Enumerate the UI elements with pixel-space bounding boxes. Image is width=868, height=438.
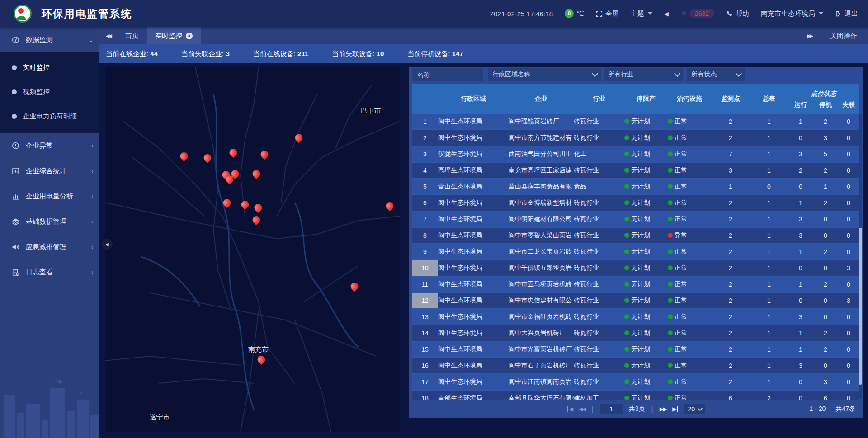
- cell-stop: 2: [813, 346, 838, 353]
- cell-run: 2: [788, 167, 813, 174]
- table-row[interactable]: 8 阆中生态环境局 阆中市枣碧大梁山页岩 砖瓦行业 无计划 异常 2 1 3 0…: [412, 228, 859, 244]
- sidebar-group-enterprise-abnormal[interactable]: 企业异常 ‹: [0, 133, 99, 158]
- org-dropdown[interactable]: 南充市生态环境局: [761, 9, 823, 18]
- scrollbar-thumb[interactable]: [859, 228, 862, 385]
- table-row[interactable]: 13 阆中生态环境局 阆中市金福旺页岩机砖 砖瓦行业 无计划 正常 2 1 3 …: [412, 309, 859, 325]
- cell-industry: 砖瓦行业: [574, 134, 624, 142]
- table-row[interactable]: 16 阆中生态环境局 阆中市石子页岩机砖厂 砖瓦行业 无计划 正常 2 1 3 …: [412, 358, 859, 374]
- first-page-button[interactable]: ◀: [567, 406, 572, 412]
- table-row[interactable]: 7 阆中生态环境局 阆中明阳建材有限公司 砖瓦行业 无计划 正常 2 1 3 0…: [412, 212, 859, 228]
- sidebar-item-realtime-monitor[interactable]: 实时监控: [0, 55, 99, 80]
- status-filter-select[interactable]: 所有状态: [687, 68, 745, 81]
- cell-industry: 砖瓦行业: [574, 199, 624, 207]
- notifications[interactable]: 2632: [680, 9, 714, 18]
- map[interactable]: 巴中市南充市遂宁市: [105, 67, 400, 432]
- industry-filter-select[interactable]: 所有行业: [604, 68, 683, 81]
- sidebar-group-enterprise-statistics[interactable]: 企业综合统计 ‹: [0, 158, 99, 184]
- cell-run: 1: [788, 248, 813, 255]
- stats-bar: 当前在线企业: 44 当前失联企业: 3 当前在线设备: 211 当前失联设备:…: [99, 44, 868, 63]
- butterfly-icon: ❧: [79, 391, 83, 396]
- table-row[interactable]: 9 阆中生态环境局 阆中市二龙长宝页岩砖 砖瓦行业 无计划 正常 2 1 1 2…: [412, 244, 859, 260]
- skyline-decoration: ❧ ❧ ❧: [0, 379, 99, 438]
- temperature-unit: ℃: [576, 9, 584, 18]
- table-row[interactable]: 5 营山生态环境局 营山县润丰肉食品有限 食品 无计划 正常 1 0 0 1 0: [412, 179, 859, 195]
- last-page-button[interactable]: ▶: [672, 406, 678, 412]
- prev-page-button[interactable]: ◀◀: [579, 406, 585, 412]
- sidebar-group-data-monitoring[interactable]: 数据监测 ⌄: [0, 27, 99, 52]
- cell-meters: 1: [750, 378, 788, 386]
- logout-button[interactable]: 退出: [835, 9, 858, 18]
- header-actions: 2021-02-25 17:46:18 0 ℃ 全屏 主题 ◀ 2632 帮助 …: [490, 9, 868, 18]
- cell-facility: 正常: [668, 150, 711, 158]
- chevron-down-icon: [736, 71, 742, 77]
- tabs-scroll-right-button[interactable]: ▶▶: [801, 33, 818, 39]
- tabs-scroll-left-button[interactable]: ◀◀: [99, 33, 117, 39]
- app-logo-icon: [14, 5, 32, 23]
- table-row[interactable]: 14 阆中生态环境局 阆中大兴页岩机砖厂 砖瓦行业 无计划 正常 2 1 1 2…: [412, 325, 859, 342]
- exclamation-circle-icon: [12, 142, 19, 150]
- layers-icon: [12, 218, 19, 226]
- cell-plan: 无计划: [624, 248, 668, 256]
- close-operations-button[interactable]: 关闭操作: [830, 32, 857, 40]
- name-filter-field[interactable]: [412, 68, 483, 81]
- status-dot: [624, 168, 629, 173]
- sidebar-group-power-analysis[interactable]: 企业用电量分析 ‹: [0, 184, 99, 209]
- sidebar-item-video-monitor[interactable]: 视频监控: [0, 80, 99, 104]
- close-tab-icon[interactable]: ×: [186, 33, 193, 39]
- cell-row-number: 9: [412, 244, 438, 259]
- cell-stop: 0: [813, 216, 838, 223]
- col-stop: 停机: [813, 101, 838, 109]
- sidebar-group-base-data[interactable]: 基础数据管理 ‹: [0, 209, 99, 234]
- table-row[interactable]: 18 南部生态环境局 南部县瑞华大理石有限公 建材加工 无计划 正常 6 2 0…: [412, 391, 859, 400]
- col-facility: 治污设施: [668, 84, 711, 114]
- sidebar-group-log-view[interactable]: 日志查看 ‹: [0, 259, 99, 285]
- page-number-input[interactable]: 1: [600, 404, 623, 414]
- table-row[interactable]: 3 仪陇生态环境局 西南油气田分公司川中 化工 无计划 正常 7 1 3 5 0: [412, 146, 859, 163]
- cell-points: 2: [711, 264, 750, 272]
- cell-row-number: 5: [412, 179, 438, 194]
- divider: |: [651, 405, 653, 413]
- cell-row-number: 6: [412, 195, 438, 211]
- cell-facility: 正常: [668, 199, 711, 207]
- status-dot: [668, 217, 673, 221]
- cell-industry: 砖瓦行业: [574, 345, 624, 353]
- page-size-select[interactable]: 20: [684, 404, 705, 414]
- cell-meters: 1: [750, 330, 788, 337]
- region-filter-select[interactable]: 行政区域名称: [488, 68, 601, 81]
- tab-realtime-monitor[interactable]: 实时监控 ×: [147, 27, 201, 44]
- theme-dropdown[interactable]: 主题: [631, 9, 652, 18]
- table-row[interactable]: 11 阆中生态环境局 阆中市五马桥页岩机砖 砖瓦行业 无计划 正常 2 1 1 …: [412, 277, 859, 293]
- table-row[interactable]: 1 阆中生态环境局 阆中强锐页岩砖厂 砖瓦行业 无计划 正常 2 1 1 2 0: [412, 114, 859, 130]
- cell-region: 阆中生态环境局: [438, 134, 509, 142]
- table-row[interactable]: 4 高坪生态环境局 南充市高坪区王家店建 砖瓦行业 无计划 正常 3 1 2 2…: [412, 163, 859, 179]
- table-row[interactable]: 2 阆中生态环境局 阆中市南方节能建材有 砖瓦行业 无计划 正常 2 1 0 3…: [412, 130, 859, 146]
- cell-region: 高坪生态环境局: [438, 166, 509, 174]
- cell-meters: 1: [750, 199, 788, 207]
- sidebar-item-power-load-detail[interactable]: 企业电力负荷明细: [0, 104, 99, 128]
- sidebar-group-emergency-reduction[interactable]: 应急减排管理 ‹: [0, 234, 99, 259]
- table-row[interactable]: 17 阆中生态环境局 阆中市江南镇阆南页岩 砖瓦行业 无计划 正常 2 1 0 …: [412, 374, 859, 391]
- name-filter-input[interactable]: [416, 71, 479, 79]
- cell-points: 2: [711, 346, 750, 353]
- tab-home[interactable]: 首页: [117, 27, 147, 44]
- cell-company: 营山县润丰肉食品有限: [509, 183, 574, 191]
- table-row[interactable]: 10 阆中生态环境局 阆中千佛镇五郎垭页岩 砖瓦行业 无计划 正常 2 1 0 …: [412, 260, 859, 277]
- cell-company: 阆中大兴页岩机砖厂: [509, 329, 574, 337]
- sound-button[interactable]: ◀: [664, 10, 669, 17]
- stats-box-icon: [12, 167, 19, 175]
- table-row[interactable]: 12 阆中生态环境局 阆中市忠信建材有限公 砖瓦行业 无计划 正常 2 1 0 …: [412, 293, 859, 309]
- sidebar-collapse-button[interactable]: ◀: [101, 239, 113, 250]
- next-page-button[interactable]: ▶▶: [660, 406, 666, 412]
- cell-industry: 砖瓦行业: [574, 297, 624, 305]
- table-body: 1 阆中生态环境局 阆中强锐页岩砖厂 砖瓦行业 无计划 正常 2 1 1 2 0…: [412, 114, 859, 400]
- table-row[interactable]: 15 阆中生态环境局 阆中市光富页岩机砖厂 砖瓦行业 无计划 正常 2 1 1 …: [412, 342, 859, 358]
- fullscreen-button[interactable]: 全屏: [596, 9, 619, 18]
- cell-region: 阆中生态环境局: [438, 362, 509, 370]
- table-row[interactable]: 6 阆中生态环境局 阆中市金博瑞新型墙材 砖瓦行业 无计划 正常 2 1 1 2…: [412, 195, 859, 212]
- table-scrollbar[interactable]: [859, 114, 862, 399]
- cell-points: 2: [711, 362, 750, 369]
- cell-company: 南充市高坪区王家店建: [509, 166, 574, 174]
- cell-region: 阆中生态环境局: [438, 329, 509, 337]
- help-button[interactable]: 帮助: [726, 9, 749, 18]
- cell-meters: 1: [750, 281, 788, 288]
